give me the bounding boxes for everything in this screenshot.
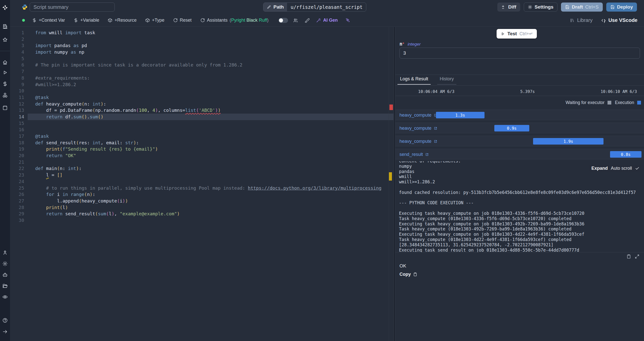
code-line[interactable]: 27 l.append(heavy_compute(i)) [10,198,393,204]
code-line[interactable]: 26 for i in range(n): [10,191,393,198]
panel-splitter[interactable] [393,27,395,341]
code-line[interactable]: 16 [10,126,393,133]
code-line[interactable]: 15 [10,120,393,127]
execution-bar[interactable]: 1.3s [436,112,485,118]
log-line: --- PYTHON CODE EXECUTION --- [399,200,644,206]
draft-button[interactable]: Draft Ctrl+S [561,3,603,12]
line-number: 26 [10,191,25,198]
settings-button[interactable]: Settings [524,3,557,12]
code-line[interactable]: 22def main(n: int): [10,165,393,172]
reset-button[interactable]: Reset [173,18,192,23]
library-icon [570,18,575,23]
ai-gen-button[interactable]: AI Gen [316,18,338,23]
code-line[interactable]: 18def send_result(res: int, email: str): [10,140,393,146]
path-button[interactable]: Path u/rfiszel/pleasant_script [263,3,366,12]
external-link-icon [434,140,437,143]
vscode-icon [601,18,606,23]
format-brush-icon[interactable] [305,18,310,23]
fullscreen-icon[interactable] [635,254,639,259]
boxes-icon[interactable] [2,92,8,98]
code-line[interactable]: 20 return "OK" [10,152,393,159]
task-link[interactable]: heavy_compute [399,123,437,133]
test-button[interactable]: Test Ctrl+↵ [497,29,537,39]
code-line[interactable]: 5 [10,55,393,62]
add-resource-button[interactable]: +Resource [108,18,137,23]
use-vscode-button[interactable]: Use VScode [601,17,637,23]
autoscroll-toggle[interactable]: Auto scroll [611,166,632,171]
line-number: 10 [10,88,25,94]
add-variable-button[interactable]: +Variable [73,18,99,23]
logs-viewer[interactable]: content of requirements:numpypandaswmill… [395,161,644,252]
execution-bar[interactable]: 0.8s [610,151,641,158]
copy-result-button[interactable]: Copy [399,272,417,277]
code-line[interactable]: 10 [10,88,393,94]
code-line[interactable]: 13 df = pd.DataFrame(np.random.randn(100… [10,107,393,114]
execution-bar[interactable]: 0.9s [494,125,529,131]
task-link[interactable]: send_result [399,149,429,160]
library-button[interactable]: Library [570,17,592,23]
play-icon [501,32,505,36]
star-icon[interactable] [2,37,8,43]
tab-history[interactable]: History [437,76,456,85]
code-line[interactable]: 30 [10,217,393,224]
code-editor[interactable]: 1from wmill import task23import pandas a… [10,27,393,341]
code-line[interactable]: 19 print(f"Sending result {res} to {emai… [10,146,393,152]
windmill-logo-icon[interactable] [2,5,8,11]
execution-bar[interactable]: 1.9s [533,138,603,145]
home-icon[interactable] [2,60,8,65]
folder-icon[interactable] [2,283,8,289]
calendar-icon[interactable] [2,105,8,111]
line-number: 14 [10,114,25,120]
code-line[interactable]: 28 print(l) [10,204,393,211]
dollar-icon[interactable] [2,81,8,87]
sparkles-icon[interactable] [345,18,350,23]
diff-mode-toggle[interactable] [278,18,288,23]
tab-logs-result[interactable]: Logs & Result [397,76,431,85]
code-line[interactable]: 11@task [10,94,393,101]
legend-item: Waiting for executor [566,100,611,105]
task-link[interactable]: heavy_compute [399,136,437,147]
robot-icon[interactable] [2,272,8,278]
code-line[interactable]: 17@task [10,133,393,140]
script-summary-input[interactable] [30,3,115,12]
code-text: return "OK" [25,152,76,159]
code-line[interactable]: 23 l = [] [10,172,393,178]
argument-n-input[interactable] [399,48,640,59]
code-line[interactable]: 24 [10,178,393,185]
code-line[interactable]: 4import numpy as np [10,49,393,55]
code-line[interactable]: 7 [10,68,393,75]
left-rail [0,0,10,341]
copy-result-icon[interactable] [626,254,631,259]
code-line[interactable]: 14 return df.sum().sum() [10,114,393,120]
code-line[interactable]: 9#wmill>=1.286.2 [10,81,393,88]
assistants-button[interactable]: Assistants (Pyright Black Ruff) [200,18,269,23]
diff-button[interactable]: Diff [497,3,520,12]
code-line[interactable]: 29 return send_result(sum(l), "example@e… [10,211,393,217]
code-line[interactable]: 1from wmill import task [10,29,393,36]
expand-logs-button[interactable]: Expand [591,166,608,171]
add-type-button[interactable]: +Type [145,18,165,23]
gear-icon[interactable] [2,261,8,266]
eye-icon[interactable] [2,294,8,300]
user-icon[interactable] [2,250,8,255]
task-link[interactable]: heavy_compute [399,110,437,120]
run-duration: 5.397s [520,89,535,94]
code-line[interactable]: 6# The pin is important since task is a … [10,62,393,68]
add-context-var-button[interactable]: +Context Var [32,18,65,23]
error-marker[interactable] [389,105,393,110]
multiplayer-icon[interactable] [293,18,298,23]
play-icon[interactable] [2,70,8,75]
code-line[interactable]: 12def heavy_compute(n: int): [10,101,393,107]
code-line[interactable]: 8#extra_requirements: [10,75,393,81]
code-line[interactable]: 2 [10,36,393,43]
warning-marker[interactable] [389,172,392,181]
code-line[interactable]: 21 [10,159,393,165]
code-line[interactable]: 25 # to run things in parallel, simply u… [10,185,393,191]
deploy-button[interactable]: Deploy [606,3,637,12]
arrow-right-icon[interactable] [2,329,8,334]
code-line[interactable]: 3import pandas as pd [10,42,393,49]
line-number: 2 [10,36,25,43]
building-icon[interactable] [2,24,8,29]
help-icon[interactable] [2,318,8,323]
code-text: return df.sum().sum() [25,114,103,120]
